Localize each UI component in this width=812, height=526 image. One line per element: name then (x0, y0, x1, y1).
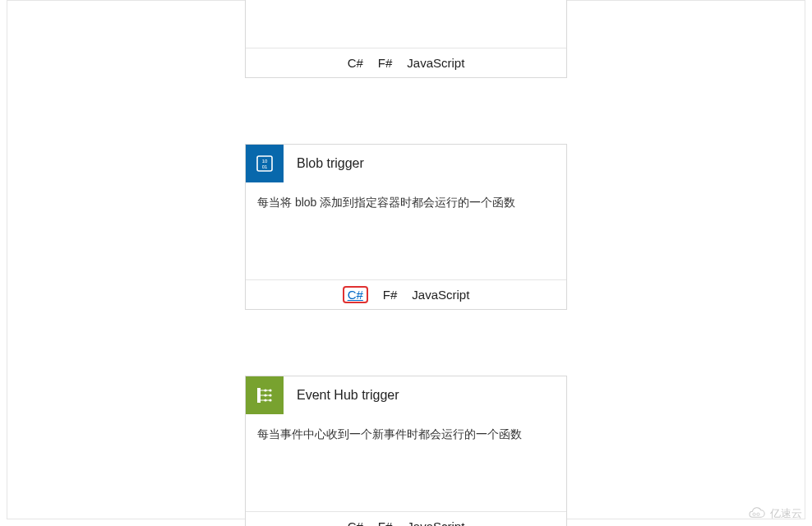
card-footer: C# F# JavaScript (246, 48, 566, 77)
language-csharp[interactable]: C# (348, 519, 363, 526)
card-description (246, 0, 566, 48)
card-description: 每当事件中心收到一个新事件时都会运行的一个函数 (246, 414, 566, 511)
svg-point-14 (757, 513, 759, 515)
card-description: 每当将 blob 添加到指定容器时都会运行的一个函数 (246, 182, 566, 279)
svg-text:01: 01 (262, 164, 268, 169)
card-title: Event Hub trigger (284, 388, 399, 403)
svg-text:10: 10 (262, 159, 268, 164)
content-canvas: C# F# JavaScript 10 01 Blob trigger 每当将 … (7, 0, 805, 519)
language-javascript[interactable]: JavaScript (407, 519, 464, 526)
trigger-card-blob[interactable]: 10 01 Blob trigger 每当将 blob 添加到指定容器时都会运行… (245, 144, 567, 310)
watermark: 亿速云 (744, 506, 802, 521)
language-javascript[interactable]: JavaScript (412, 288, 469, 302)
card-footer: C# F# JavaScript (246, 511, 566, 526)
language-fsharp[interactable]: F# (378, 519, 393, 526)
eventhub-icon (246, 376, 284, 414)
svg-point-13 (753, 513, 755, 515)
card-title: Blob trigger (284, 156, 364, 171)
language-csharp[interactable]: C# (348, 56, 363, 70)
cloud-icon (744, 506, 767, 521)
card-footer: C# F# JavaScript (246, 279, 566, 309)
cards-container: C# F# JavaScript 10 01 Blob trigger 每当将 … (245, 0, 567, 526)
svg-rect-3 (257, 388, 261, 403)
blob-icon: 10 01 (246, 145, 284, 182)
card-header: 10 01 Blob trigger (246, 145, 566, 182)
trigger-card-eventhub[interactable]: Event Hub trigger 每当事件中心收到一个新事件时都会运行的一个函… (245, 376, 567, 526)
language-fsharp[interactable]: F# (378, 56, 393, 70)
watermark-text: 亿速云 (770, 506, 802, 521)
language-javascript[interactable]: JavaScript (407, 56, 464, 70)
language-csharp[interactable]: C# (343, 286, 368, 303)
trigger-card[interactable]: C# F# JavaScript (245, 0, 567, 78)
card-header: Event Hub trigger (246, 376, 566, 414)
language-fsharp[interactable]: F# (383, 288, 398, 302)
